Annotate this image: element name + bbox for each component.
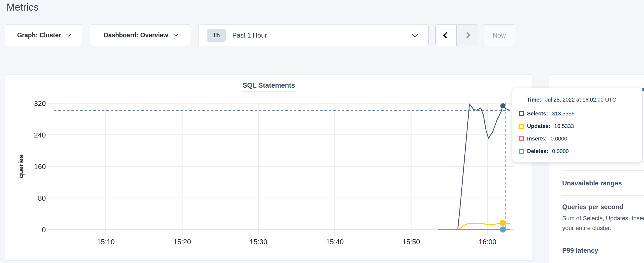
tooltip-updates-label: Updates: [527, 123, 550, 129]
sidebar-item-unavailable-ranges[interactable]: Unavailable ranges [562, 179, 622, 187]
sidebar-divider [562, 195, 644, 196]
svg-text:15:30: 15:30 [249, 238, 267, 246]
svg-text:80: 80 [38, 194, 46, 202]
deletes-series-swatch-icon [519, 149, 524, 154]
selects-series-swatch-icon [519, 111, 524, 116]
updates-series-swatch-icon [519, 124, 524, 129]
sidebar-qps-description-line2: your entire cluster. [562, 225, 611, 232]
tooltip-deletes-label: Deletes: [527, 148, 548, 154]
chart-hover-tooltip: Time: Jul 28, 2022 at 16:02:00 UTC Selec… [512, 88, 643, 162]
sidebar-divider [562, 170, 644, 171]
svg-text:160: 160 [34, 163, 46, 171]
tooltip-inserts-value: 0.0000 [550, 136, 567, 142]
svg-text:15:50: 15:50 [402, 238, 420, 246]
tooltip-time-value: Jul 28, 2022 at 16:02:00 UTC [545, 97, 616, 103]
inserts-series-swatch-icon [519, 136, 524, 141]
svg-text:320: 320 [34, 99, 46, 108]
sidebar-item-queries-per-second[interactable]: Queries per second [562, 203, 623, 211]
tooltip-selects-label: Selects: [527, 111, 548, 117]
y-axis-label: queries [17, 155, 25, 178]
svg-text:240: 240 [34, 131, 46, 139]
svg-text:15:40: 15:40 [326, 238, 344, 246]
sidebar-item-p99-latency[interactable]: P99 latency [562, 247, 598, 254]
svg-text:16:00: 16:00 [479, 238, 496, 246]
svg-text:15:10: 15:10 [97, 238, 115, 246]
svg-text:0: 0 [42, 226, 46, 234]
tooltip-updates-value: 16.5333 [554, 123, 574, 129]
svg-text:15:20: 15:20 [173, 238, 191, 246]
tooltip-inserts-label: Inserts: [527, 136, 547, 142]
sidebar-divider [562, 239, 644, 239]
tooltip-selects-value: 313.5556 [552, 111, 574, 117]
tooltip-time-label: Time: [527, 97, 541, 103]
tooltip-deletes-value: 0.0000 [552, 148, 569, 154]
sidebar-qps-description-line1: Sum of Selects, Updates, Inserts [562, 215, 644, 222]
